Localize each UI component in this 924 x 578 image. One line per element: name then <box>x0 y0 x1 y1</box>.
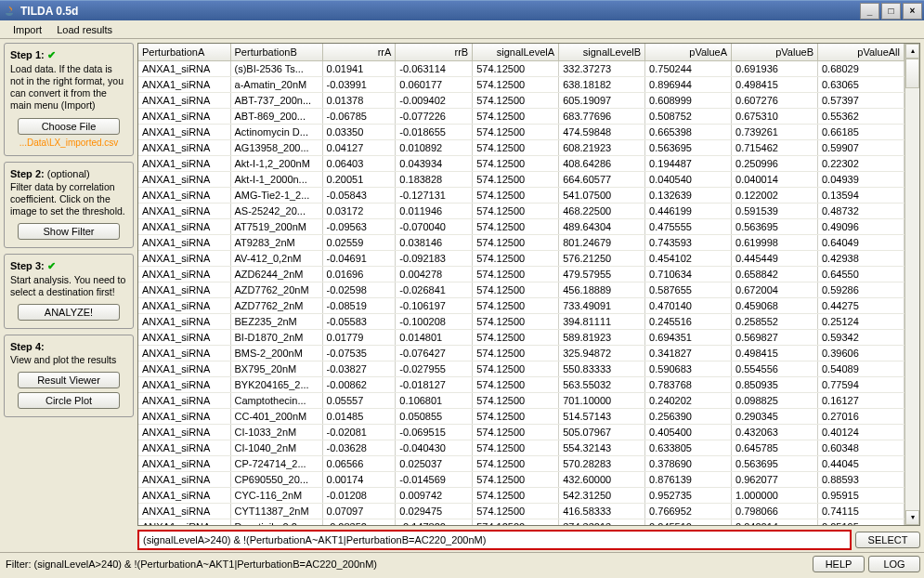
table-row[interactable]: ANXA1_siRNAABT-869_200...-0.06785-0.0772… <box>138 108 904 124</box>
table-cell[interactable]: 574.12500 <box>473 218 559 234</box>
table-cell[interactable]: -0.014569 <box>396 471 473 487</box>
table-cell[interactable]: ANXA1_siRNA <box>138 155 230 171</box>
table-cell[interactable]: 0.750244 <box>645 60 732 76</box>
table-cell[interactable]: 638.18182 <box>559 76 645 92</box>
table-row[interactable]: ANXA1_siRNAAV-412_0,2nM-0.04691-0.092183… <box>138 250 904 266</box>
table-cell[interactable]: 605.19097 <box>559 92 645 108</box>
table-cell[interactable]: 574.12500 <box>473 392 559 408</box>
table-cell[interactable]: 0.49096 <box>818 218 904 234</box>
menu-load-results[interactable]: Load results <box>49 22 120 37</box>
table-row[interactable]: ANXA1_siRNAAZD7762_2nM-0.08519-0.1061975… <box>138 297 904 313</box>
table-cell[interactable]: 0.710634 <box>645 266 732 282</box>
table-scroll[interactable]: PerturbationAPerturbationBrrArrBsignalLe… <box>138 44 904 525</box>
table-cell[interactable]: 733.49091 <box>559 297 645 313</box>
table-cell[interactable]: -0.05583 <box>322 313 396 329</box>
table-cell[interactable]: 0.038146 <box>396 234 473 250</box>
table-cell[interactable]: 574.12500 <box>473 297 559 313</box>
table-cell[interactable]: 474.59848 <box>559 124 645 139</box>
table-cell[interactable]: 0.766952 <box>645 503 732 519</box>
table-cell[interactable]: ANXA1_siRNA <box>138 471 230 487</box>
table-cell[interactable]: 0.011946 <box>396 203 473 218</box>
table-cell[interactable]: 394.81111 <box>559 313 645 329</box>
table-cell[interactable]: 0.194487 <box>645 155 732 171</box>
table-cell[interactable]: CI-1040_2nM <box>230 440 322 455</box>
table-cell[interactable]: ANXA1_siRNA <box>138 139 230 155</box>
table-cell[interactable]: 0.446199 <box>645 203 732 218</box>
table-cell[interactable]: ANXA1_siRNA <box>138 487 230 503</box>
table-cell[interactable]: 0.040540 <box>645 171 732 187</box>
table-cell[interactable]: 0.587655 <box>645 282 732 297</box>
column-header[interactable]: signalLevelA <box>473 44 559 60</box>
table-cell[interactable]: BI-D1870_2nM <box>230 329 322 345</box>
table-cell[interactable]: 0.256390 <box>645 408 732 424</box>
table-cell[interactable]: 0.675310 <box>732 108 818 124</box>
table-cell[interactable]: 574.12500 <box>473 187 559 203</box>
table-cell[interactable]: 0.250996 <box>732 155 818 171</box>
table-cell[interactable]: 0.07097 <box>322 503 396 519</box>
table-cell[interactable]: 0.88593 <box>818 471 904 487</box>
table-cell[interactable]: -0.05843 <box>322 187 396 203</box>
table-row[interactable]: ANXA1_siRNACI-1033_2nM-0.02081-0.0695155… <box>138 424 904 440</box>
table-cell[interactable]: 0.00174 <box>322 471 396 487</box>
table-cell[interactable]: 432.60000 <box>559 471 645 487</box>
table-row[interactable]: ANXA1_siRNA(s)BI-2536 Ts...0.01941-0.063… <box>138 60 904 76</box>
table-cell[interactable]: -0.069515 <box>396 424 473 440</box>
scroll-thumb[interactable] <box>905 59 919 88</box>
table-cell[interactable]: 0.01941 <box>322 60 396 76</box>
table-cell[interactable]: 574.12500 <box>473 60 559 76</box>
table-cell[interactable]: 0.040014 <box>732 519 818 525</box>
table-cell[interactable]: a-Amatin_20nM <box>230 76 322 92</box>
table-cell[interactable]: ANXA1_siRNA <box>138 108 230 124</box>
table-cell[interactable]: Akt-I-1,2_200nM <box>230 155 322 171</box>
table-cell[interactable]: 0.341827 <box>645 345 732 361</box>
table-cell[interactable]: ANXA1_siRNA <box>138 124 230 139</box>
table-cell[interactable]: 0.798066 <box>732 503 818 519</box>
table-cell[interactable]: 0.743593 <box>645 234 732 250</box>
table-row[interactable]: ANXA1_siRNADasatinib_0,2...-0.08352-0.14… <box>138 519 904 525</box>
table-cell[interactable]: 514.57143 <box>559 408 645 424</box>
table-cell[interactable]: ANXA1_siRNA <box>138 376 230 392</box>
column-header[interactable]: PerturbationA <box>138 44 230 60</box>
table-cell[interactable]: CC-401_200nM <box>230 408 322 424</box>
table-cell[interactable]: 0.432063 <box>732 424 818 440</box>
table-cell[interactable]: 0.39606 <box>818 345 904 361</box>
table-cell[interactable]: -0.147820 <box>396 519 473 525</box>
table-cell[interactable]: ANXA1_siRNA <box>138 60 230 76</box>
table-row[interactable]: ANXA1_siRNABI-D1870_2nM0.017790.01480157… <box>138 329 904 345</box>
table-cell[interactable]: 576.21250 <box>559 250 645 266</box>
table-cell[interactable]: 0.475555 <box>645 218 732 234</box>
table-cell[interactable]: 0.40124 <box>818 424 904 440</box>
table-cell[interactable]: -0.077226 <box>396 108 473 124</box>
table-cell[interactable]: 416.58333 <box>559 503 645 519</box>
table-cell[interactable]: AMG-Tie2-1_2... <box>230 187 322 203</box>
table-cell[interactable]: ANXA1_siRNA <box>138 408 230 424</box>
table-cell[interactable]: 0.22302 <box>818 155 904 171</box>
table-cell[interactable]: 0.569827 <box>732 329 818 345</box>
table-row[interactable]: ANXA1_siRNABX795_20nM-0.03827-0.02795557… <box>138 361 904 376</box>
table-cell[interactable]: -0.01208 <box>322 487 396 503</box>
table-cell[interactable]: 0.16127 <box>818 392 904 408</box>
table-cell[interactable]: 479.57955 <box>559 266 645 282</box>
table-cell[interactable]: -0.02598 <box>322 282 396 297</box>
circle-plot-button[interactable]: Circle Plot <box>18 392 120 409</box>
table-row[interactable]: ANXA1_siRNABMS-2_200nM-0.07535-0.0764275… <box>138 345 904 361</box>
table-cell[interactable]: 574.12500 <box>473 329 559 345</box>
close-button[interactable]: × <box>903 3 922 20</box>
table-cell[interactable]: ANXA1_siRNA <box>138 392 230 408</box>
table-row[interactable]: ANXA1_siRNACC-401_200nM0.014850.05085557… <box>138 408 904 424</box>
table-cell[interactable]: -0.08352 <box>322 519 396 525</box>
table-cell[interactable]: 0.74115 <box>818 503 904 519</box>
table-cell[interactable]: 0.42938 <box>818 250 904 266</box>
table-cell[interactable]: 683.77696 <box>559 108 645 124</box>
table-cell[interactable]: Camptothecin... <box>230 392 322 408</box>
table-cell[interactable]: -0.02081 <box>322 424 396 440</box>
table-cell[interactable]: -0.076427 <box>396 345 473 361</box>
table-cell[interactable]: ANXA1_siRNA <box>138 171 230 187</box>
table-cell[interactable]: 0.563695 <box>732 218 818 234</box>
table-cell[interactable]: -0.06785 <box>322 108 396 124</box>
table-cell[interactable]: 574.12500 <box>473 139 559 155</box>
table-cell[interactable]: 0.01696 <box>322 266 396 282</box>
column-header[interactable]: signalLevelB <box>559 44 645 60</box>
table-cell[interactable]: ABT-737_200n... <box>230 92 322 108</box>
table-cell[interactable]: 0.59286 <box>818 282 904 297</box>
